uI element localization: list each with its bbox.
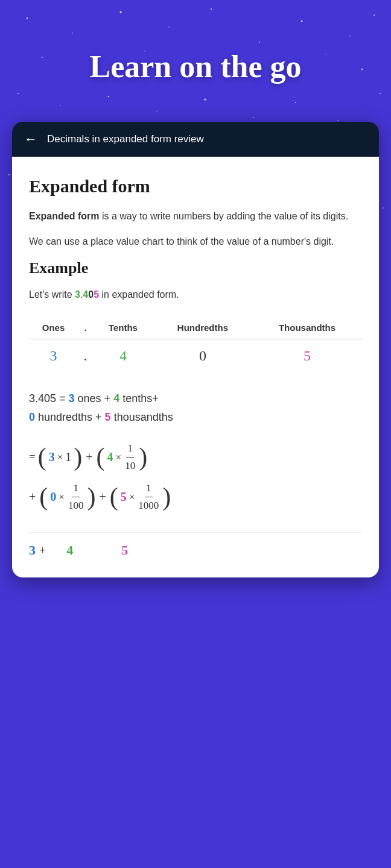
formula-row-1: = ( 3 × 1 ) + ( 4 × 1 10 ) — [29, 441, 362, 473]
frac-top-1: 1 — [126, 441, 134, 458]
intro-rest: is a way to write numbers by adding the … — [99, 211, 348, 221]
eq-hundredths-text: hundredths + — [35, 411, 105, 423]
eq-prefix: 3.405 = — [29, 392, 69, 404]
app-card: ← Decimals in expanded form review Expan… — [12, 122, 379, 577]
f-3: 3 — [49, 448, 55, 466]
place-value-description: We can use a place value chart to think … — [29, 234, 362, 250]
f-times-4: × — [129, 489, 135, 505]
eq-ones: 3 — [69, 392, 75, 404]
example-number: 3 — [75, 289, 80, 300]
example-0: 0 — [88, 289, 94, 300]
open-paren-1: ( — [38, 444, 46, 470]
f-times-3: × — [59, 489, 65, 505]
card-body: Expanded form Expanded form is a way to … — [12, 157, 379, 577]
bottom-preview-row: 3 + 4 5 — [29, 532, 362, 558]
example-4: 4 — [83, 289, 88, 300]
example-prefix: Let's write — [29, 289, 75, 300]
f-5: 5 — [121, 488, 127, 506]
eq-line1: 3.405 = 3 ones + 4 tenths+ — [29, 389, 362, 408]
fraction-thousandth: 1 1000 — [137, 480, 160, 513]
eq-tenths-text: tenths+ — [119, 392, 159, 404]
cell-hundredths: 0 — [153, 339, 252, 373]
eq-hundredths: 0 — [29, 411, 35, 423]
f-plus-2: + — [29, 488, 36, 506]
cell-dot: . — [78, 339, 93, 373]
example-heading: Example — [29, 259, 362, 277]
eq-ones-text: ones + — [75, 392, 114, 404]
close-paren-4: ) — [162, 484, 171, 509]
open-paren-2: ( — [97, 444, 105, 470]
example-text: Let's write 3.405 in expanded form. — [29, 287, 362, 303]
cell-tenths: 4 — [93, 339, 153, 373]
close-paren-1: ) — [74, 444, 82, 470]
formula-section: = ( 3 × 1 ) + ( 4 × 1 10 ) + ( 0 — [29, 441, 362, 513]
col-header-tenths: Tenths — [93, 316, 153, 339]
cell-ones: 3 — [29, 339, 78, 373]
preview-4: 4 — [66, 542, 73, 558]
f-plus-3: + — [99, 488, 106, 506]
close-paren-2: ) — [139, 444, 147, 470]
preview-5: 5 — [121, 542, 128, 558]
hero-title: Learn on the go — [24, 48, 367, 86]
f-4: 4 — [107, 448, 113, 466]
frac-bot-2: 100 — [67, 497, 85, 514]
cell-thousandths: 5 — [252, 339, 362, 373]
f-times-1: × — [57, 450, 63, 465]
example-5: 5 — [94, 289, 99, 300]
open-paren-3: ( — [39, 484, 48, 509]
eq-tenths: 4 — [113, 392, 119, 404]
frac-top-2: 1 — [72, 480, 80, 497]
f-plus-1: + — [86, 448, 92, 466]
f-0: 0 — [50, 488, 56, 506]
preview-3: 3 — [29, 542, 36, 558]
bold-term: Expanded form — [29, 211, 99, 221]
f-times-2: × — [116, 450, 122, 465]
formula-row-2: + ( 0 × 1 100 ) + ( 5 × 1 1000 ) — [29, 480, 362, 513]
intro-paragraph: Expanded form is a way to write numbers … — [29, 209, 362, 224]
header-title: Decimals in expanded form review — [47, 133, 204, 145]
col-header-ones: Ones — [29, 316, 78, 339]
eq-line2: 0 hundredths + 5 thousandths — [29, 408, 362, 427]
col-header-thousandths: Thousandths — [252, 316, 362, 339]
col-header-dot: . — [78, 316, 93, 339]
frac-bot-3: 1000 — [137, 497, 160, 514]
eq-thousandths-text: thousandths — [111, 411, 173, 423]
card-header: ← Decimals in expanded form review — [12, 122, 379, 157]
fraction-hundredth: 1 100 — [67, 480, 85, 513]
example-suffix: in expanded form. — [99, 289, 179, 300]
fraction-tenth: 1 10 — [124, 441, 136, 473]
svg-point-35 — [8, 174, 10, 175]
expanded-equation: 3.405 = 3 ones + 4 tenths+ 0 hundredths … — [29, 389, 362, 426]
eq-thousandths: 5 — [105, 411, 111, 423]
col-header-hundredths: Hundredths — [153, 316, 252, 339]
section-heading: Expanded form — [29, 176, 362, 197]
svg-point-52 — [383, 207, 384, 209]
back-button[interactable]: ← — [24, 131, 37, 147]
place-value-table: Ones . Tenths Hundredths Thousandths 3 .… — [29, 316, 362, 373]
close-paren-3: ) — [87, 484, 95, 509]
frac-bot-1: 10 — [124, 458, 136, 474]
hero-section: Learn on the go — [0, 0, 391, 122]
open-paren-4: ( — [110, 484, 118, 509]
preview-plus-1: + — [39, 544, 46, 558]
f-1: 1 — [65, 448, 71, 466]
frac-top-3: 1 — [145, 480, 153, 497]
formula-eq-sign: = — [29, 448, 36, 466]
